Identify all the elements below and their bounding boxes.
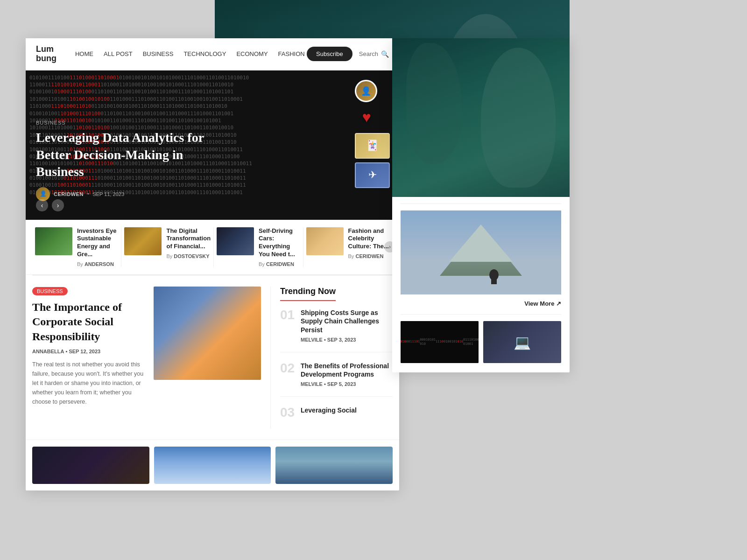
- sidebar-top-image: [392, 38, 570, 197]
- trending-heading: Trending Now: [280, 287, 336, 301]
- nav-technology[interactable]: TECHNOLOGY: [183, 50, 226, 57]
- hero-author-name: CERIDWEN: [54, 191, 84, 197]
- logo[interactable]: Lum bung: [36, 45, 56, 63]
- thumb-info-2: Self-Driving Cars: Everything You Need t…: [259, 227, 300, 267]
- article-image: [154, 287, 261, 380]
- thumb-author-1: By DOSTOEVSKY: [166, 253, 211, 259]
- hero-float-heart: ♥: [355, 106, 378, 129]
- hero-meta: 👤 CERIDWEN • SEP 11, 2023: [36, 187, 232, 201]
- trending-num-2: 03: [280, 406, 294, 419]
- subscribe-button[interactable]: Subscribe: [307, 47, 352, 61]
- article-badge: BUSINESS: [32, 287, 68, 295]
- trending-title-1: The Benefits of Professional Development…: [301, 362, 393, 378]
- thumb-info-0: Investors Eye Sustainable Energy and Gre…: [77, 227, 118, 267]
- slider-prev-button[interactable]: ‹: [36, 199, 48, 211]
- sidebar-bottom-image-0: 01010111010001 110100010101 010111001001…: [401, 321, 479, 363]
- trending-num-1: 02: [280, 362, 294, 387]
- thumb-title-2: Self-Driving Cars: Everything You Need t…: [259, 227, 300, 259]
- article-section: BUSINESS The Importance of Corporate Soc…: [32, 287, 144, 428]
- article-excerpt: The real test is not whether you avoid t…: [32, 360, 144, 406]
- hero-float-plane: ✈: [355, 162, 390, 188]
- trending-num-0: 01: [280, 308, 294, 343]
- trending-item-0[interactable]: 01 Shipping Costs Surge as Supply Chain …: [280, 308, 393, 352]
- trending-item-1[interactable]: 02 The Benefits of Professional Developm…: [280, 362, 393, 397]
- slider-next-button[interactable]: ›: [52, 199, 64, 211]
- hero-date: SEP 11, 2023: [92, 191, 124, 197]
- thumb-title-1: The Digital Transformation of Financial.…: [166, 227, 211, 251]
- search-label: Search: [359, 50, 378, 57]
- thumb-image-3: [306, 227, 344, 255]
- nav-fashion[interactable]: FASHION: [278, 50, 305, 57]
- nav-economy[interactable]: ECONOMY: [236, 50, 268, 57]
- hero-float-images: 👤 ♥ 🃏 ✈: [355, 80, 390, 188]
- article-meta: ANNABELLA • SEP 12, 2023: [32, 349, 144, 354]
- trending-item-2[interactable]: 03 Leveraging Social: [280, 406, 393, 428]
- hero-slider: 0101001110100111010001101000101001001010…: [26, 70, 399, 220]
- trending-info-1: The Benefits of Professional Development…: [301, 362, 393, 387]
- search-area[interactable]: Search 🔍: [359, 50, 389, 58]
- bottom-image-0: [32, 447, 149, 484]
- thumb-title-0: Investors Eye Sustainable Energy and Gre…: [77, 227, 118, 259]
- sidebar-divider-1: [401, 203, 561, 204]
- view-more-link[interactable]: View More: [524, 300, 561, 307]
- thumb-image-0: [35, 227, 72, 255]
- nav-home[interactable]: HOME: [75, 50, 93, 57]
- thumb-author-2: By CERIDWEN: [259, 261, 300, 267]
- bottom-images-row: [26, 440, 399, 490]
- nav-links: HOME ALL POST BUSINESS TECHNOLOGY ECONOM…: [75, 50, 307, 57]
- thumb-info-3: Fashion and Celebrity Culture: The... By…: [348, 227, 389, 267]
- slider-nav: ‹ ›: [36, 199, 64, 211]
- sidebar-bottom-images: 01010111010001 110100010101 010111001001…: [392, 321, 570, 363]
- thumb-item-0[interactable]: Investors Eye Sustainable Energy and Gre…: [32, 227, 121, 267]
- thumb-author-0: By ANDERSON: [77, 261, 118, 267]
- trending-meta-0: MELVILE • SEP 3, 2023: [301, 337, 393, 343]
- hero-float-cards: 🃏: [355, 133, 390, 159]
- bottom-image-2: [275, 447, 393, 484]
- right-sidebar-card: View More 01010111010001 110100010101 01…: [392, 38, 570, 372]
- article-title: The Importance of Corporate Social Respo…: [32, 300, 144, 344]
- nav-right: Subscribe Search 🔍: [307, 47, 389, 61]
- hero-content: BUSINESS Leveraging Data Analytics for B…: [36, 120, 232, 201]
- thumb-title-3: Fashion and Celebrity Culture: The...: [348, 227, 389, 251]
- svg-rect-4: [491, 275, 497, 284]
- navbar: Lum bung HOME ALL POST BUSINESS TECHNOLO…: [26, 38, 399, 70]
- hero-category: BUSINESS: [36, 120, 232, 126]
- thumb-image-1: [124, 227, 162, 255]
- bottom-image-1: [154, 447, 271, 484]
- hero-float-avatar: 👤: [355, 80, 377, 102]
- trending-info-2: Leveraging Social: [301, 406, 357, 419]
- hero-dot: •: [87, 191, 89, 196]
- thumb-author-3: By CERIDWEN: [348, 253, 389, 259]
- thumb-image-2: [217, 227, 254, 255]
- sidebar-mountain-image: [401, 210, 561, 294]
- sidebar-view-more: View More: [392, 294, 570, 308]
- thumb-item-3[interactable]: Fashion and Celebrity Culture: The... By…: [303, 227, 393, 267]
- trending-meta-1: MELVILE • SEP 5, 2023: [301, 381, 393, 387]
- thumb-item-1[interactable]: The Digital Transformation of Financial.…: [121, 227, 214, 267]
- thumb-item-2[interactable]: Self-Driving Cars: Everything You Need t…: [214, 227, 303, 267]
- trending-title-2: Leveraging Social: [301, 406, 357, 414]
- nav-business[interactable]: BUSINESS: [143, 50, 174, 57]
- thumbnails-row: Investors Eye Sustainable Energy and Gre…: [26, 220, 399, 275]
- sidebar-bottom-image-1: 💻: [483, 321, 561, 363]
- sidebar-divider-2: [401, 314, 561, 315]
- thumb-info-1: The Digital Transformation of Financial.…: [166, 227, 211, 267]
- trending-info-0: Shipping Costs Surge as Supply Chain Cha…: [301, 308, 393, 343]
- search-icon: 🔍: [381, 50, 389, 58]
- main-content: BUSINESS The Importance of Corporate Soc…: [26, 275, 399, 440]
- trending-title-0: Shipping Costs Surge as Supply Chain Cha…: [301, 308, 393, 334]
- main-card: Lum bung HOME ALL POST BUSINESS TECHNOLO…: [26, 38, 399, 490]
- trending-section: Trending Now 01 Shipping Costs Surge as …: [270, 287, 393, 428]
- hero-title: Leveraging Data Analytics for Better Dec…: [36, 129, 232, 180]
- nav-allpost[interactable]: ALL POST: [104, 50, 133, 57]
